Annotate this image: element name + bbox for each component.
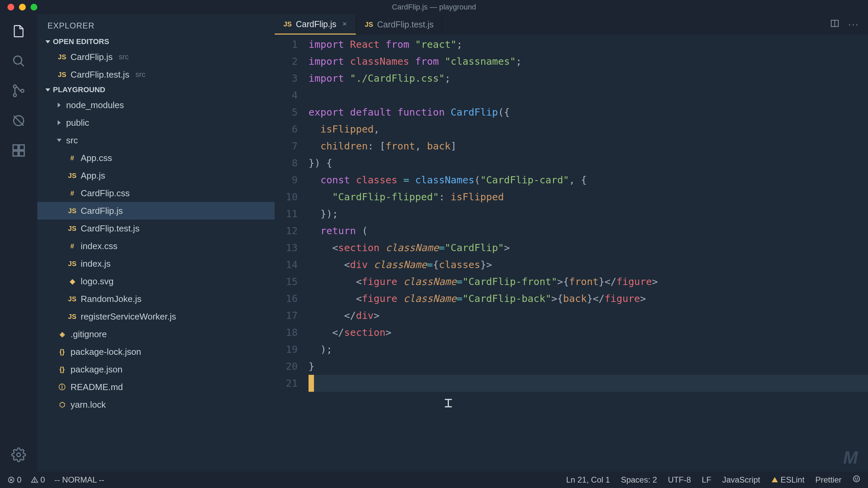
- code-line[interactable]: [309, 375, 868, 392]
- svg-point-2: [14, 85, 17, 88]
- open-editors-header[interactable]: OPEN EDITORS: [37, 35, 275, 48]
- code-line[interactable]: [309, 87, 868, 104]
- file-item[interactable]: ◈.gitignore: [37, 325, 275, 343]
- window-title: CardFlip.js — playground: [392, 3, 476, 12]
- file-type-icon: ◈: [58, 330, 66, 338]
- status-errors[interactable]: 0: [7, 475, 21, 485]
- debug-icon[interactable]: [11, 113, 26, 128]
- file-item[interactable]: #index.css: [37, 237, 275, 255]
- code-content[interactable]: ⌶ import React from "react";import class…: [309, 35, 868, 472]
- encoding[interactable]: UTF-8: [668, 475, 691, 485]
- code-line[interactable]: <figure className="CardFlip-back">{back}…: [309, 290, 868, 307]
- file-item[interactable]: ◆logo.svg: [37, 272, 275, 290]
- window-close-button[interactable]: [7, 4, 14, 11]
- feedback-smiley-icon[interactable]: [852, 475, 861, 485]
- code-line[interactable]: );: [309, 341, 868, 358]
- js-file-icon: JS: [58, 71, 66, 79]
- code-line[interactable]: <div className={classes}>: [309, 256, 868, 273]
- code-line[interactable]: }: [309, 358, 868, 375]
- code-line[interactable]: import React from "react";: [309, 36, 868, 53]
- split-editor-icon[interactable]: [830, 19, 840, 30]
- code-editor[interactable]: 123456789101112131415161718192021 ⌶ impo…: [275, 35, 868, 472]
- file-item[interactable]: JSApp.js: [37, 167, 275, 184]
- sidebar-title: EXPLORER: [37, 14, 275, 35]
- file-item[interactable]: JSregisterServiceWorker.js: [37, 308, 275, 325]
- file-item[interactable]: JSindex.js: [37, 255, 275, 272]
- code-line[interactable]: return (: [309, 222, 868, 239]
- eslint-status[interactable]: ESLint: [771, 475, 805, 485]
- file-item[interactable]: #App.css: [37, 149, 275, 167]
- text-cursor-icon: ⌶: [444, 398, 452, 407]
- project-header[interactable]: PLAYGROUND: [37, 83, 275, 96]
- code-line[interactable]: isFlipped,: [309, 121, 868, 138]
- code-line[interactable]: export default function CardFlip({: [309, 104, 868, 121]
- js-file-icon: JS: [365, 21, 373, 28]
- file-type-icon: JS: [68, 260, 77, 268]
- file-item[interactable]: {}package-lock.json: [37, 343, 275, 361]
- window-minimize-button[interactable]: [19, 4, 26, 11]
- file-item[interactable]: JSCardFlip.test.js: [37, 220, 275, 237]
- code-line[interactable]: import "./CardFlip.css";: [309, 70, 868, 87]
- code-line[interactable]: children: [front, back]: [309, 138, 868, 155]
- svg-line-1: [21, 63, 24, 66]
- code-line[interactable]: <figure className="CardFlip-front">{fron…: [309, 273, 868, 290]
- editor-tab[interactable]: JSCardFlip.test.js: [356, 14, 443, 35]
- folder-item[interactable]: public: [37, 114, 275, 131]
- cursor: [309, 375, 314, 392]
- close-tab-icon[interactable]: ×: [342, 20, 347, 28]
- file-type-icon: JS: [68, 295, 77, 303]
- file-item[interactable]: JSRandomJoke.js: [37, 290, 275, 308]
- explorer-icon[interactable]: [11, 24, 26, 39]
- svg-point-18: [35, 481, 35, 482]
- search-icon[interactable]: [11, 54, 26, 68]
- vim-mode: -- NORMAL --: [55, 475, 104, 485]
- status-warnings[interactable]: 0: [31, 475, 45, 485]
- svg-rect-10: [19, 151, 24, 156]
- code-line[interactable]: "CardFlip-flipped": isFlipped: [309, 188, 868, 205]
- file-item[interactable]: #CardFlip.css: [37, 184, 275, 202]
- svg-point-3: [14, 94, 17, 97]
- svg-rect-7: [13, 145, 18, 150]
- chevron-icon: [58, 120, 61, 125]
- source-control-icon[interactable]: [11, 83, 26, 98]
- watermark-logo: M: [843, 447, 858, 468]
- settings-gear-icon[interactable]: [11, 447, 26, 462]
- svg-point-4: [21, 89, 24, 93]
- code-line[interactable]: }) {: [309, 155, 868, 171]
- open-editor-item[interactable]: JSCardFlip.test.jssrc: [37, 66, 275, 83]
- chevron-icon: [57, 139, 62, 142]
- file-type-icon: JS: [68, 207, 77, 215]
- language-mode[interactable]: JavaScript: [722, 475, 760, 485]
- code-line[interactable]: <section className="CardFlip">: [309, 239, 868, 256]
- file-item[interactable]: ⓘREADME.md: [37, 378, 275, 396]
- code-line[interactable]: </section>: [309, 324, 868, 341]
- file-type-icon: ⬡: [58, 401, 66, 409]
- editor-tab[interactable]: JSCardFlip.js×: [275, 14, 356, 35]
- file-type-icon: JS: [68, 172, 77, 180]
- code-line[interactable]: </div>: [309, 307, 868, 324]
- file-type-icon: {}: [58, 348, 66, 356]
- formatter[interactable]: Prettier: [815, 475, 842, 485]
- chevron-down-icon: [45, 88, 50, 92]
- eol[interactable]: LF: [702, 475, 711, 485]
- folder-item[interactable]: src: [37, 131, 275, 149]
- window-maximize-button[interactable]: [31, 4, 37, 11]
- sidebar: EXPLORER OPEN EDITORS JSCardFlip.jssrcJS…: [37, 14, 275, 472]
- file-type-icon: JS: [68, 313, 77, 321]
- chevron-down-icon: [45, 40, 50, 43]
- open-editor-item[interactable]: JSCardFlip.jssrc: [37, 48, 275, 66]
- file-type-icon: JS: [68, 225, 77, 232]
- code-line[interactable]: });: [309, 205, 868, 222]
- cursor-position[interactable]: Ln 21, Col 1: [566, 475, 610, 485]
- js-file-icon: JS: [58, 53, 66, 61]
- file-item[interactable]: {}package.json: [37, 361, 275, 378]
- file-item[interactable]: ⬡yarn.lock: [37, 396, 275, 413]
- code-line[interactable]: const classes = classNames("CardFlip-car…: [309, 171, 868, 188]
- svg-rect-9: [13, 151, 18, 156]
- file-item[interactable]: JSCardFlip.js: [37, 202, 275, 220]
- folder-item[interactable]: node_modules: [37, 96, 275, 114]
- extensions-icon[interactable]: [11, 143, 26, 158]
- code-line[interactable]: import classNames from "classnames";: [309, 53, 868, 70]
- more-actions-icon[interactable]: ···: [848, 19, 859, 30]
- indentation[interactable]: Spaces: 2: [621, 475, 657, 485]
